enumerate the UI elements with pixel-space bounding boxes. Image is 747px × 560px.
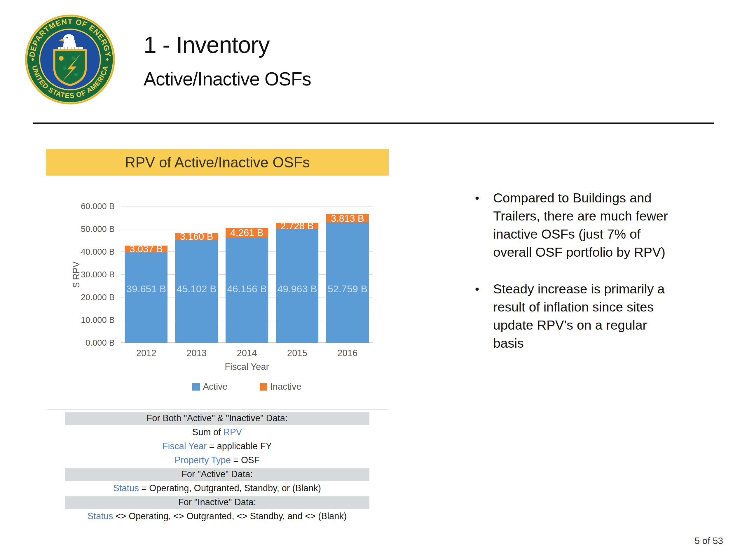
stacked-bar-chart: $ RPV 60.000 B50.000 B40.000 B30.000 B20… <box>46 187 408 409</box>
x-tick-label: 2012 <box>125 348 168 358</box>
bullet-list: •Compared to Buildings andTrailers, ther… <box>475 189 726 371</box>
notes-row: Status = Operating, Outgranted, Standby,… <box>65 482 369 495</box>
bar-segment-active: 49.963 B <box>276 229 318 343</box>
note-text: For "Inactive" Data: <box>178 497 256 507</box>
bullet-item: •Compared to Buildings andTrailers, ther… <box>475 189 726 261</box>
notes-section-header: For "Inactive" Data: <box>65 496 369 509</box>
field-link: RPV <box>224 427 242 437</box>
y-tick-label: 0.000 B <box>63 338 115 347</box>
bullet-marker: • <box>475 189 493 261</box>
y-tick-label: 40.000 B <box>63 247 115 257</box>
separator-line <box>47 409 389 409</box>
bar-segment-active: 45.102 B <box>175 240 218 343</box>
bar-group: 3.160 B45.102 B <box>175 233 218 343</box>
bar-group: 3.813 B52.759 B <box>326 214 369 343</box>
bullet-line: inactive OSFs (just 7% of <box>493 225 668 243</box>
active-value-label: 39.651 B <box>125 284 168 294</box>
chart-title: RPV of Active/Inactive OSFs <box>125 154 310 171</box>
bar-segment-active: 39.651 B <box>125 252 168 343</box>
bar-group: 2.728 B49.963 B <box>276 223 318 343</box>
x-axis-title: Fiscal Year <box>121 362 372 372</box>
note-text: For Both "Active" & "Inactive" Data: <box>147 413 287 423</box>
bar-segment-inactive: 3.160 B <box>175 233 218 240</box>
inactive-value-label: 4.261 B <box>230 228 263 238</box>
notes-section-header: For Both "Active" & "Inactive" Data: <box>65 412 369 425</box>
bullet-text: Steady increase is primarily aresult of … <box>493 280 665 352</box>
note-text: Sum of <box>192 427 224 437</box>
bullet-line: basis <box>493 334 665 352</box>
notes-row: Property Type = OSF <box>65 454 369 466</box>
chart-title-banner: RPV of Active/Inactive OSFs <box>46 149 389 176</box>
doe-seal-logo: DEPARTMENT OF ENERGY UNITED STATES OF AM… <box>25 14 115 105</box>
x-tick-label: 2015 <box>276 348 318 358</box>
slide-subtitle: Active/Inactive OSFs <box>144 68 311 90</box>
y-tick-label: 10.000 B <box>63 315 115 325</box>
bullet-item: •Steady increase is primarily aresult of… <box>475 280 726 352</box>
bar-segment-active: 52.759 B <box>326 222 369 343</box>
notes-row: Fiscal Year = applicable FY <box>65 440 369 453</box>
presentation-slide: DEPARTMENT OF ENERGY UNITED STATES OF AM… <box>0 0 747 560</box>
note-text: = Operating, Outgranted, Standby, or (Bl… <box>139 483 321 493</box>
legend-item-active: Active <box>192 381 227 392</box>
field-link: Status <box>87 511 113 521</box>
bullet-line: result of inflation since sites <box>493 298 665 316</box>
chart-legend: ActiveInactive <box>121 381 372 392</box>
note-text: <> Operating, <> Outgranted, <> Standby,… <box>113 511 347 521</box>
note-text: = applicable FY <box>207 441 272 451</box>
y-tick-label: 20.000 B <box>63 293 115 302</box>
seal-shield <box>54 50 86 85</box>
y-tick-label: 60.000 B <box>63 202 115 211</box>
legend-swatch <box>192 383 200 391</box>
bullet-line: Trailers, there are much fewer <box>493 207 668 225</box>
note-text: For "Active" Data: <box>181 469 253 479</box>
notes-section-header: For "Active" Data: <box>65 468 369 481</box>
bar-group: 3.037 B39.651 B <box>125 246 168 343</box>
filter-notes: For Both "Active" & "Inactive" Data:Sum … <box>65 412 369 524</box>
bar-segment-active: 46.156 B <box>226 238 268 343</box>
active-value-label: 52.759 B <box>326 284 369 294</box>
x-tick-label: 2016 <box>326 348 369 358</box>
active-value-label: 46.156 B <box>226 284 268 294</box>
x-tick-label: 2013 <box>175 348 218 358</box>
header-divider <box>33 123 714 124</box>
notes-row: Sum of RPV <box>65 426 369 439</box>
y-tick-label: 30.000 B <box>63 270 115 279</box>
active-value-label: 45.102 B <box>175 284 218 294</box>
seal-dot-right <box>106 58 108 61</box>
bar-segment-inactive: 2.728 B <box>276 223 318 229</box>
seal-dot-left <box>31 58 34 61</box>
slide-title: 1 - Inventory <box>144 31 269 58</box>
gridline <box>121 206 372 207</box>
bullet-line: Compared to Buildings and <box>493 189 668 207</box>
legend-label: Inactive <box>270 381 302 392</box>
field-link: Status <box>113 483 139 493</box>
bullet-marker: • <box>475 280 493 352</box>
field-link: Property Type <box>175 455 231 465</box>
bar-group: 4.261 B46.156 B <box>226 228 268 343</box>
notes-row: Status <> Operating, <> Outgranted, <> S… <box>65 510 369 523</box>
bar-segment-inactive: 3.037 B <box>125 246 168 252</box>
bar-segment-inactive: 3.813 B <box>326 214 369 223</box>
field-link: Fiscal Year <box>162 441 207 451</box>
legend-label: Active <box>203 381 227 392</box>
note-text: = OSF <box>231 455 260 465</box>
bullet-line: Steady increase is primarily a <box>493 280 665 298</box>
bullet-text: Compared to Buildings andTrailers, there… <box>493 189 668 261</box>
bullet-line: overall OSF portfolio by RPV) <box>493 243 668 261</box>
legend-swatch <box>260 383 267 391</box>
y-tick-label: 50.000 B <box>63 224 115 234</box>
active-value-label: 49.963 B <box>276 284 318 294</box>
plot-area: 60.000 B50.000 B40.000 B30.000 B20.000 B… <box>121 206 372 343</box>
bar-segment-inactive: 4.261 B <box>226 228 268 238</box>
x-tick-label: 2014 <box>226 348 268 358</box>
inactive-value-label: 3.813 B <box>331 213 364 223</box>
legend-item-inactive: Inactive <box>260 381 302 392</box>
bullet-line: update RPV’s on a regular <box>493 316 665 334</box>
page-number: 5 of 53 <box>694 535 723 546</box>
